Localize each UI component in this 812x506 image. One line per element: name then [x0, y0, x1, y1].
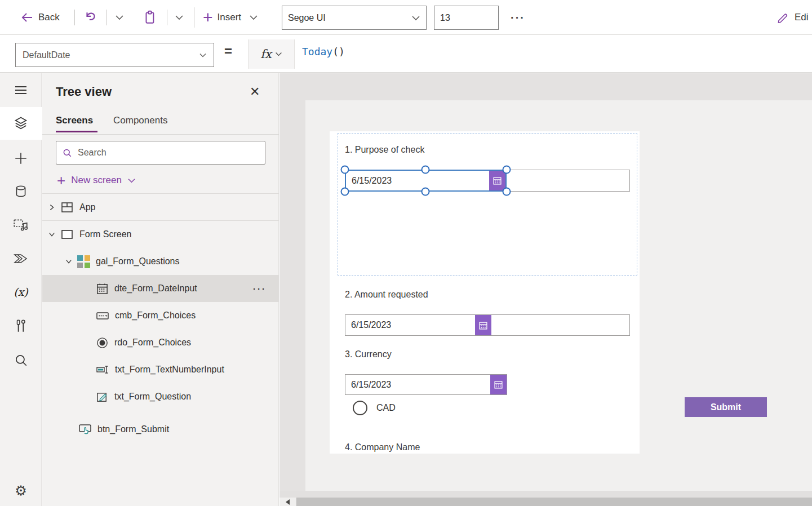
power-automate-icon	[13, 252, 29, 265]
chevron-down-icon	[175, 14, 184, 21]
calendar-button[interactable]	[475, 315, 491, 335]
tree-item-text-number-input[interactable]: txt_Form_TextNumberInput	[42, 356, 279, 383]
tree-item-form-screen[interactable]: Form Screen	[42, 221, 279, 248]
gallery-icon	[77, 255, 90, 268]
resize-handle[interactable]	[341, 188, 349, 196]
insert-button[interactable]: + Insert	[203, 0, 258, 35]
left-rail: (x) ⚙	[0, 73, 42, 506]
tree-item-button-submit[interactable]: btn_Form_Submit	[42, 416, 279, 443]
media-icon	[13, 218, 29, 232]
formula-input[interactable]: Today()	[302, 46, 345, 57]
date-picker-3[interactable]: 6/15/2023	[345, 374, 507, 395]
undo-button[interactable]	[83, 0, 98, 35]
formula-parens: ()	[332, 46, 345, 57]
resize-handle[interactable]	[421, 188, 430, 196]
tree-item-gallery[interactable]: gal_Form_Questions	[42, 248, 279, 275]
property-dropdown[interactable]: DefaultDate	[15, 43, 214, 67]
date-value: 6/15/2023	[345, 320, 391, 330]
tabs-divider	[42, 134, 279, 135]
font-size-input[interactable]	[434, 6, 499, 30]
back-arrow-icon	[20, 11, 34, 24]
resize-handle[interactable]	[421, 166, 430, 174]
chevron-down-icon[interactable]	[65, 258, 73, 265]
calendar-button[interactable]	[489, 171, 505, 190]
question-1-label: 1. Purpose of check	[345, 145, 424, 155]
radio-button-cad[interactable]	[353, 401, 367, 415]
settings-button[interactable]: ⚙	[0, 474, 42, 506]
app-icon	[60, 201, 74, 214]
date-value: 6/15/2023	[346, 176, 392, 186]
resize-handle[interactable]	[341, 166, 349, 174]
menu-button[interactable]	[0, 74, 42, 106]
text-input-icon	[96, 363, 109, 376]
tree-item-label: txt_Form_Question	[114, 392, 191, 402]
resize-handle[interactable]	[503, 188, 511, 196]
font-family-value: Segoe UI	[288, 13, 326, 23]
advanced-tools-button[interactable]	[0, 310, 42, 343]
button-icon	[78, 423, 92, 436]
edit-button[interactable]: Edi	[776, 0, 809, 35]
toolbar-divider	[74, 10, 75, 25]
new-screen-button[interactable]: + New screen	[57, 171, 136, 189]
screen-icon	[60, 228, 74, 241]
back-label: Back	[38, 12, 60, 23]
scrollbar-left-arrow[interactable]	[279, 498, 296, 506]
resize-handle[interactable]	[503, 166, 511, 174]
variables-panel-button[interactable]: (x)	[0, 276, 42, 308]
scrollbar-track[interactable]	[279, 491, 812, 498]
more-options-button[interactable]: ···	[253, 284, 267, 294]
submit-button[interactable]: Submit	[685, 397, 767, 417]
paste-button[interactable]	[143, 0, 158, 35]
media-panel-button[interactable]	[0, 208, 42, 241]
panel-title: Tree view	[56, 85, 112, 99]
paste-menu-button[interactable]	[175, 0, 184, 35]
search-icon	[14, 353, 28, 367]
tree-item-label: Form Screen	[79, 229, 131, 239]
screen-preview[interactable]: 1. Purpose of check 6/15/2023 2. Amount …	[305, 100, 812, 491]
data-panel-button[interactable]	[0, 175, 42, 208]
tree-item-radio[interactable]: rdo_Form_Choices	[42, 329, 279, 356]
fx-dropdown[interactable]: fx	[248, 39, 295, 69]
insert-panel-button[interactable]	[0, 142, 42, 175]
back-button[interactable]: Back	[20, 0, 60, 35]
font-family-dropdown[interactable]: Segoe UI	[282, 6, 427, 30]
database-icon	[14, 184, 28, 199]
question-2-label: 2. Amount requested	[345, 290, 428, 300]
radio-label: CAD	[376, 403, 396, 413]
tree-item-combobox[interactable]: cmb_Form_Choices	[42, 302, 279, 329]
canvas-area: 1. Purpose of check 6/15/2023 2. Amount …	[279, 73, 812, 506]
tree-item-text-question[interactable]: txt_Form_Question	[42, 383, 279, 410]
power-automate-button[interactable]	[0, 242, 42, 275]
toolbar-overflow-button[interactable]: ···	[511, 0, 525, 35]
tree-view-button[interactable]	[0, 107, 42, 140]
tree-item-app[interactable]: App	[42, 194, 279, 221]
scrollbar-thumb[interactable]	[296, 498, 812, 506]
tree-item-date-input[interactable]: dte_Form_DateInput ···	[42, 275, 279, 302]
search-panel-button[interactable]	[0, 344, 42, 376]
date-picker-2[interactable]: 6/15/2023	[345, 314, 630, 336]
plus-icon	[14, 151, 28, 166]
calendar-button[interactable]	[490, 375, 507, 394]
tree-item-label: dte_Form_DateInput	[114, 283, 197, 294]
tree-view-layers-icon	[13, 116, 29, 131]
toolbar-divider	[194, 7, 194, 28]
plus-icon: +	[203, 8, 213, 27]
tools-icon	[15, 319, 27, 334]
tree-search-box[interactable]	[56, 141, 265, 165]
gear-icon: ⚙	[15, 483, 27, 499]
undo-menu-button[interactable]	[115, 0, 124, 35]
form-white-area: 1. Purpose of check 6/15/2023 2. Amount …	[330, 131, 640, 454]
toolbar-divider	[107, 10, 107, 25]
tab-components[interactable]: Components	[113, 115, 167, 126]
search-input[interactable]	[78, 148, 259, 158]
close-icon[interactable]: ✕	[250, 85, 260, 99]
chevron-down-icon	[115, 14, 124, 21]
tree-item-label: btn_Form_Submit	[97, 424, 169, 434]
chevron-right-icon[interactable]	[48, 203, 56, 211]
tab-screens[interactable]: Screens	[56, 115, 93, 126]
chevron-down-icon	[199, 52, 207, 58]
active-tab-underline	[56, 131, 97, 132]
chevron-down-icon[interactable]	[48, 230, 56, 238]
date-picker-icon	[96, 282, 109, 295]
equals-sign: =	[224, 43, 232, 59]
